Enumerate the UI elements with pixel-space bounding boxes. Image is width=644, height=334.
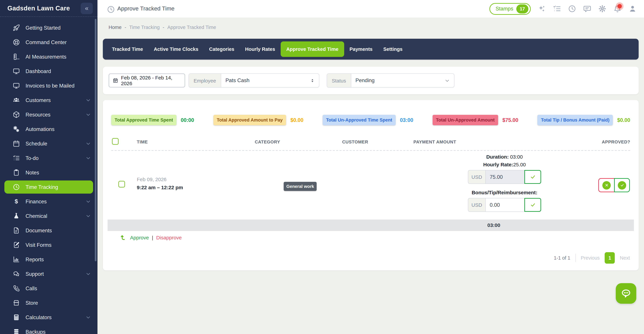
sidebar-item-visit-forms[interactable]: Visit Forms	[0, 238, 98, 252]
hourly-rate-label: Hourly Rate:	[483, 161, 513, 167]
date-range-value: Feb 08, 2026 - Feb 14, 2026	[121, 75, 181, 86]
sidebar-item-getting-started[interactable]: Getting Started	[0, 21, 98, 35]
tasks-icon[interactable]	[553, 5, 561, 13]
notifications-bell-icon[interactable]	[614, 5, 622, 13]
employee-select-label: Employee	[189, 74, 221, 87]
summary-value: 03:00	[400, 117, 413, 123]
sidebar-item-resources[interactable]: Resources	[0, 107, 98, 122]
breadcrumb-separator: -	[163, 25, 164, 30]
sidebar-item-label: Finances	[26, 199, 47, 205]
sidebar-item-to-do[interactable]: To-do	[0, 151, 98, 165]
chat-bubbles-icon	[13, 270, 20, 277]
row-time-range: 9:22 am – 12:22 pm	[137, 185, 183, 190]
breadcrumb-time-tracking[interactable]: Time Tracking	[129, 25, 160, 30]
pagination-previous[interactable]: Previous	[581, 255, 600, 261]
sidebar-item-label: Backups	[26, 329, 46, 334]
sidebar-item-ai-measurements[interactable]: AI Measurements	[0, 50, 98, 64]
app-window: Gadsden Lawn Care « Getting StartedComma…	[0, 0, 644, 334]
chevron-down-icon	[445, 78, 450, 83]
sidebar-item-finances[interactable]: $Finances	[0, 194, 98, 209]
clipboard-icon	[13, 169, 20, 176]
summary-label: Total Approved Time Spent	[111, 115, 176, 125]
employee-select[interactable]: Employee Pats Cash	[188, 73, 319, 88]
sidebar-item-customers[interactable]: Customers	[0, 93, 98, 107]
sidebar-item-reports[interactable]: Reports	[0, 252, 98, 267]
duration-value: 03:00	[510, 154, 523, 159]
payment-confirm-button[interactable]	[524, 170, 541, 184]
row-approved-cell	[598, 178, 630, 192]
status-select[interactable]: Status Pending	[327, 73, 454, 88]
bonus-amount-input[interactable]	[485, 198, 524, 212]
status-select-value: Pending	[356, 77, 374, 84]
sidebar-item-label: Calls	[26, 285, 37, 291]
select-updown-icon	[310, 78, 314, 83]
sidebar-item-automations[interactable]: Automations	[0, 122, 98, 136]
sidebar-item-schedule[interactable]: Schedule	[0, 136, 98, 151]
stamps-label: Stamps	[496, 6, 513, 12]
summary-approved-time: Total Approved Time Spent 00:00	[111, 115, 194, 125]
column-header-customer: CUSTOMER	[342, 139, 368, 144]
sidebar-item-notes[interactable]: Notes	[0, 165, 98, 180]
reject-button[interactable]	[598, 178, 614, 192]
chat-bubble-icon	[620, 288, 632, 299]
main-area: Approve Tracked Time Stamps 17 Home - Ti…	[98, 0, 644, 334]
breadcrumb-home[interactable]: Home	[108, 25, 122, 30]
check-icon	[530, 202, 536, 208]
tab-active-time-clocks[interactable]: Active Time Clocks	[148, 43, 204, 55]
date-range-picker[interactable]: Feb 08, 2026 - Feb 14, 2026	[108, 73, 185, 88]
payment-amount-input[interactable]	[485, 170, 524, 184]
sidebar-item-time-tracking[interactable]: Time Tracking	[4, 181, 93, 194]
pagination-next[interactable]: Next	[620, 255, 630, 261]
sidebar-item-command-center[interactable]: Command Center	[0, 35, 98, 50]
tab-settings[interactable]: Settings	[378, 43, 408, 55]
approve-link[interactable]: Approve	[130, 235, 149, 240]
sidebar-collapse-button[interactable]: «	[81, 3, 93, 14]
time-clock-icon[interactable]	[568, 5, 576, 13]
chevron-down-icon	[86, 112, 91, 117]
column-header-approved: APPROVED?	[602, 139, 630, 144]
database-icon	[13, 328, 20, 334]
tab-categories[interactable]: Categories	[204, 43, 240, 55]
sidebar-item-documents[interactable]: Documents	[0, 223, 98, 238]
total-time-value: 03:00	[487, 222, 500, 228]
sidebar-item-store[interactable]: Store	[0, 296, 98, 310]
messages-icon[interactable]	[583, 5, 591, 13]
account-user-icon[interactable]	[628, 5, 636, 13]
summary-unapproved-amount: Total Un-Approved Amount $75.00	[432, 115, 518, 125]
stamps-button[interactable]: Stamps 17	[490, 3, 531, 15]
ruler-icon	[13, 53, 20, 60]
sidebar-item-support[interactable]: Support	[0, 267, 98, 281]
notification-dot	[618, 4, 622, 9]
brand-title: Gadsden Lawn Care	[8, 5, 70, 12]
tab-hourly-rates[interactable]: Hourly Rates	[240, 43, 280, 55]
sidebar-item-calls[interactable]: Calls	[0, 281, 98, 296]
document-icon	[13, 227, 20, 234]
sidebar-item-invoices-to-be-mailed[interactable]: Invoices to be Mailed	[0, 78, 98, 93]
sidebar-item-dashboard[interactable]: Dashboard	[0, 64, 98, 78]
sidebar-item-calculators[interactable]: Calculators	[0, 310, 98, 324]
settings-gear-icon[interactable]	[598, 5, 606, 13]
monitor-icon	[13, 82, 20, 89]
sidebar-item-label: Dashboard	[26, 68, 51, 74]
tabbar: Tracked Time Active Time Clocks Categori…	[103, 39, 638, 60]
tab-tracked-time[interactable]: Tracked Time	[106, 43, 148, 55]
currency-prefix: USD	[468, 170, 485, 184]
pagination-page-1[interactable]: 1	[605, 252, 615, 264]
approve-button[interactable]	[614, 178, 630, 192]
table-header-divider	[111, 150, 630, 151]
select-all-checkbox[interactable]	[112, 138, 119, 145]
sidebar-item-label: Calculators	[26, 314, 52, 320]
tab-payments[interactable]: Payments	[344, 43, 378, 55]
sidebar-item-chemical[interactable]: Chemical	[0, 209, 98, 223]
tab-approve-tracked-time[interactable]: Approve Tracked Time	[280, 41, 344, 57]
chevron-down-icon	[86, 155, 91, 160]
column-header-time: TIME	[137, 139, 148, 144]
sidebar-item-backups[interactable]: Backups	[0, 324, 98, 334]
disapprove-link[interactable]: Disapprove	[156, 235, 182, 240]
row-checkbox[interactable]	[118, 181, 125, 188]
sparkles-icon[interactable]	[538, 5, 546, 13]
bent-arrow-up-icon	[120, 234, 127, 241]
chat-launcher-button[interactable]	[616, 283, 636, 304]
sidebar-scrollbar[interactable]	[95, 19, 96, 261]
bonus-confirm-button[interactable]	[524, 198, 541, 212]
